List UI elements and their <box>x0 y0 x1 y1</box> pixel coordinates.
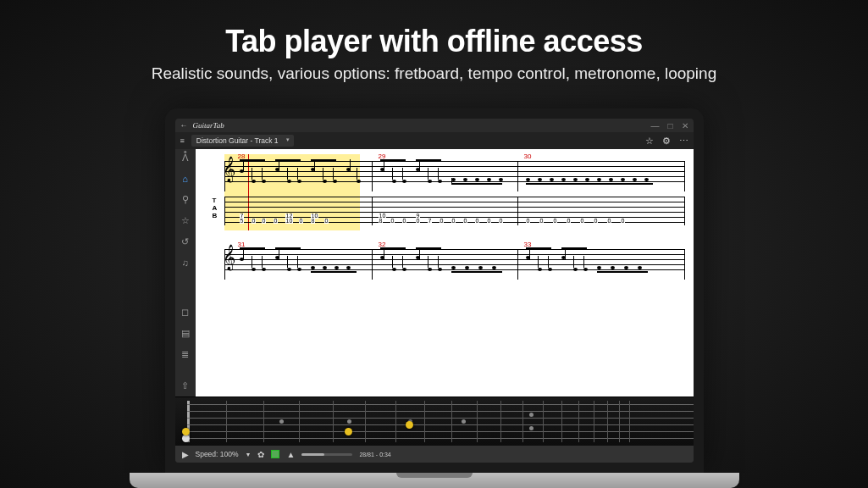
settings-icon[interactable]: ✿ <box>257 450 264 459</box>
tab-fret: 0 <box>621 219 626 224</box>
minimize-icon[interactable]: — <box>650 121 659 130</box>
sidebar-library-icon[interactable]: ▤ <box>181 328 190 339</box>
maximize-icon[interactable]: □ <box>667 121 672 130</box>
sidebar: ᐰ ⌂ ⚲ ☆ ↺ ♫ ◻ ▤ ≣ ⇧ <box>175 149 196 396</box>
tab-fret: 0 <box>440 219 445 224</box>
tab-label: TAB <box>213 197 217 219</box>
sidebar-star-icon[interactable]: ☆ <box>181 215 190 226</box>
titlebar: ← GuitarTab — □ ✕ <box>175 119 694 132</box>
score-area[interactable]: 28 29 30 𝄞 <box>196 149 694 396</box>
sidebar-upload-icon[interactable]: ⇧ <box>181 380 189 391</box>
speed-label[interactable]: Speed: 100% <box>196 450 239 458</box>
menu-icon[interactable]: ≡ <box>180 136 185 145</box>
sidebar-tune-icon[interactable]: ♫ <box>181 258 188 268</box>
notation <box>211 154 685 191</box>
fretboard[interactable] <box>175 396 694 446</box>
close-icon[interactable]: ✕ <box>682 121 688 130</box>
tab-fret: 0 <box>390 219 395 224</box>
progress-bar[interactable] <box>301 453 352 456</box>
hero-subtitle: Realistic sounds, various options: fretb… <box>0 64 868 83</box>
laptop-base <box>130 473 739 488</box>
tab-fret: 0 <box>567 219 572 224</box>
fret-marker-active <box>182 428 190 435</box>
speed-chevron-icon[interactable]: ▼ <box>246 452 252 458</box>
tab-fret: 0 <box>324 219 329 224</box>
tab-fret: 0 <box>475 219 480 224</box>
tab-fret: 0 <box>274 219 279 224</box>
tab-fret: 8 <box>311 219 316 224</box>
settings-icon[interactable]: ⚙ <box>662 136 671 147</box>
tab-fret: 0 <box>526 219 531 224</box>
sidebar-inbox-icon[interactable]: ◻ <box>181 307 189 318</box>
sidebar-search-icon[interactable]: ⚲ <box>182 194 189 205</box>
sidebar-person-icon[interactable]: ᐰ <box>182 152 189 164</box>
sidebar-stack-icon[interactable]: ≣ <box>181 349 189 360</box>
tab-fret: 10 <box>285 219 294 224</box>
tab-fret: 0 <box>416 219 421 224</box>
fret-marker <box>182 435 190 442</box>
star-icon[interactable]: ☆ <box>645 136 654 147</box>
app-window: ← GuitarTab — □ ✕ ≡ Distortion Guitar - … <box>175 119 694 463</box>
fretboard-toggle-icon[interactable] <box>271 450 279 458</box>
play-button[interactable]: ▶ <box>182 450 189 459</box>
tab-fret: 0 <box>539 219 545 224</box>
position-label: 28/81 - 0:34 <box>359 452 390 458</box>
laptop-frame: ← GuitarTab — □ ✕ ≡ Distortion Guitar - … <box>165 108 704 473</box>
tab-fret: 5 <box>240 219 245 224</box>
tab-fret: 7 <box>428 219 433 224</box>
tab-fret: 0 <box>594 219 599 224</box>
tab-fret: 0 <box>252 219 257 224</box>
toolbar: ≡ Distortion Guitar - Track 1 ☆ ⚙ ⋯ <box>175 132 694 149</box>
tab-fret: 8 <box>379 219 384 224</box>
more-icon[interactable]: ⋯ <box>679 136 688 147</box>
notation <box>211 242 685 280</box>
tab-fret: 0 <box>487 219 492 224</box>
app-name: GuitarTab <box>193 121 224 130</box>
hero-title: Tab player with offline access <box>0 0 868 59</box>
tab-fret: 0 <box>499 219 504 224</box>
tab-fret: 0 <box>299 219 304 224</box>
tab-fret: 0 <box>553 219 558 224</box>
fret-marker-active <box>345 428 352 435</box>
tab-fret: 0 <box>607 219 612 224</box>
sidebar-home-icon[interactable]: ⌂ <box>182 174 188 184</box>
tab-fret: 0 <box>262 219 267 224</box>
tab-fret: 0 <box>463 219 468 224</box>
fret-marker-active <box>406 421 413 429</box>
sidebar-history-icon[interactable]: ↺ <box>181 236 189 247</box>
transport-bar: ▶ Speed: 100% ▼ ✿ ▲ 28/81 - 0:34 <box>175 446 694 463</box>
metronome-icon[interactable]: ▲ <box>286 450 295 459</box>
back-icon[interactable]: ← <box>180 121 188 130</box>
tab-fret: 0 <box>451 219 456 224</box>
tab-fret: 0 <box>402 219 407 224</box>
track-selector[interactable]: Distortion Guitar - Track 1 <box>191 135 294 147</box>
tab-fret: 0 <box>580 219 585 224</box>
